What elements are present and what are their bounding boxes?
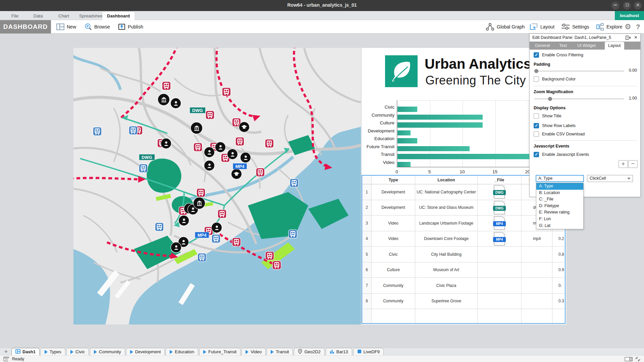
table-cell[interactable]	[478, 262, 522, 278]
checkbox[interactable]	[534, 113, 539, 119]
table-cell[interactable]: Community	[372, 294, 415, 309]
background-color-row[interactable]: Background Color	[534, 76, 576, 82]
table-row[interactable]: 7CommunityCivic Plaza0.	[362, 278, 566, 294]
menu-tab-data[interactable]: Data	[29, 12, 47, 20]
table-cell[interactable]: Civic Plaza	[415, 278, 478, 294]
add-sheet-button[interactable]: +	[3, 348, 9, 355]
dock-icon[interactable]	[626, 36, 631, 40]
table-cell[interactable]	[522, 294, 552, 309]
bus-red-marker[interactable]	[162, 82, 170, 90]
table-cell[interactable]: 4	[362, 231, 372, 247]
bus-blue-marker[interactable]	[289, 230, 297, 238]
table-cell[interactable]: Video	[372, 216, 415, 231]
person-marker[interactable]	[212, 223, 222, 233]
table-cell[interactable]	[522, 262, 552, 278]
table-cell[interactable]: Community	[372, 278, 415, 294]
table-cell[interactable]: mp4	[522, 231, 552, 247]
museum-marker[interactable]	[194, 197, 205, 209]
mp4-file-label[interactable]: MP4	[195, 232, 209, 238]
map-pane[interactable]: DWGDWGMP4MP4	[73, 48, 361, 324]
remove-event-button[interactable]: −	[628, 160, 638, 168]
table-cell[interactable]	[372, 309, 415, 324]
dropdown-option[interactable]: F: Lon	[536, 216, 583, 223]
column-select[interactable]: A: Type	[536, 175, 584, 182]
education-marker[interactable]	[239, 122, 249, 132]
split-view-icon[interactable]	[625, 357, 633, 361]
museum-marker[interactable]	[191, 122, 202, 134]
bar-development[interactable]	[397, 130, 411, 136]
bus-red-marker[interactable]	[256, 168, 264, 176]
sheet-tab-geo2d2[interactable]: Geo2D2	[294, 348, 324, 355]
person-marker[interactable]	[179, 216, 189, 226]
menu-tab-chart[interactable]: Chart	[54, 12, 74, 20]
bus-red-marker[interactable]	[266, 252, 274, 260]
sheet-tab-future_transit[interactable]: Future_Transit	[199, 348, 240, 355]
table-cell[interactable]: 0.3	[552, 294, 566, 309]
bar-future-transit[interactable]	[397, 146, 470, 152]
localhost-badge[interactable]: localhost	[615, 11, 644, 20]
table-cell[interactable]	[552, 309, 566, 324]
sheet-tab-transit[interactable]: Transit	[267, 348, 293, 355]
table-row[interactable]: 8CommunitySupertree Grove0.3	[362, 294, 566, 309]
table-cell[interactable]: 6	[362, 262, 372, 278]
panel-tab-layout[interactable]: Layout	[605, 42, 624, 50]
table-cell[interactable]: 8	[362, 294, 372, 309]
person-marker[interactable]	[171, 98, 181, 108]
table-cell[interactable]: 1	[362, 184, 372, 200]
bus-red-marker[interactable]	[222, 88, 230, 96]
table-row[interactable]: 2DevelopmentUC: Stone and Glass MuseumDW…	[362, 200, 566, 216]
show-title-row[interactable]: Show Title	[534, 113, 561, 119]
table-cell[interactable]: 3	[362, 216, 372, 231]
table-row[interactable]	[362, 309, 566, 324]
sheet-tab-civic[interactable]: Civic	[66, 348, 89, 355]
log-icon[interactable]	[3, 357, 9, 361]
table-cell[interactable]	[362, 309, 372, 324]
table-cell[interactable]: Development	[372, 184, 415, 200]
person-marker[interactable]	[161, 138, 171, 148]
enable-csv-download-row[interactable]: Enable CSV Download	[534, 131, 585, 137]
bus-blue-marker[interactable]	[198, 253, 206, 261]
panel-close-icon[interactable]: ✕	[634, 35, 638, 40]
table-row[interactable]: 6CultureMuseum of Art0.9	[362, 262, 566, 278]
bus-red-marker[interactable]	[197, 189, 205, 197]
table-cell[interactable]: Culture	[372, 262, 415, 278]
add-event-button[interactable]: +	[619, 160, 628, 168]
table-cell[interactable]: Civic	[372, 247, 415, 262]
explore-button[interactable]: Explore	[596, 20, 622, 34]
bus-blue-marker[interactable]	[155, 223, 163, 231]
publish-button[interactable]: Publish	[118, 20, 143, 34]
panel-tab-text[interactable]: Text	[556, 42, 570, 50]
bus-red-marker[interactable]	[232, 238, 240, 246]
table-cell[interactable]: DWG	[478, 200, 522, 216]
dropdown-option[interactable]: E: Review rating	[536, 209, 583, 216]
data-table[interactable]: TypeLocation_FileFiletypeReview rating1D…	[362, 175, 566, 324]
bus-red-marker[interactable]	[206, 111, 214, 119]
sheet-tab-bar13[interactable]: Bar13	[326, 348, 352, 355]
mp4-file-label[interactable]: MP4	[233, 164, 247, 169]
sheet-tab-video[interactable]: Video	[241, 348, 266, 355]
event-select[interactable]: ClickCell	[587, 175, 633, 182]
person-marker[interactable]	[171, 242, 181, 252]
person-marker[interactable]	[204, 147, 214, 157]
sheet-tab-types[interactable]: Types	[41, 348, 65, 355]
sheet-tab-development[interactable]: Development	[126, 348, 165, 355]
table-cell[interactable]: 0.2	[552, 231, 566, 247]
show-row-labels-row[interactable]: Show Row Labels	[534, 123, 576, 128]
table-cell[interactable]: 2	[362, 200, 372, 216]
maximize-button[interactable]	[623, 2, 631, 9]
table-cell[interactable]	[522, 309, 552, 324]
bus-red-marker[interactable]	[273, 261, 281, 269]
minimize-button[interactable]	[611, 2, 619, 9]
help-button[interactable]: ?	[636, 20, 640, 34]
panel-tab-general[interactable]: General	[532, 42, 553, 50]
table-cell[interactable]	[478, 278, 522, 294]
bus-blue-marker[interactable]	[212, 235, 220, 243]
dropdown-option[interactable]: B: Location	[536, 190, 583, 196]
table-cell[interactable]	[415, 309, 478, 324]
dropdown-option[interactable]: D: Filetype	[536, 203, 583, 209]
slider-handle[interactable]	[548, 97, 552, 101]
sheet-tab-dash1[interactable]: Dash1	[11, 348, 40, 355]
padding-slider[interactable]	[534, 71, 624, 71]
dwg-file-label[interactable]: DWG	[190, 108, 205, 113]
person-marker[interactable]	[204, 161, 214, 171]
